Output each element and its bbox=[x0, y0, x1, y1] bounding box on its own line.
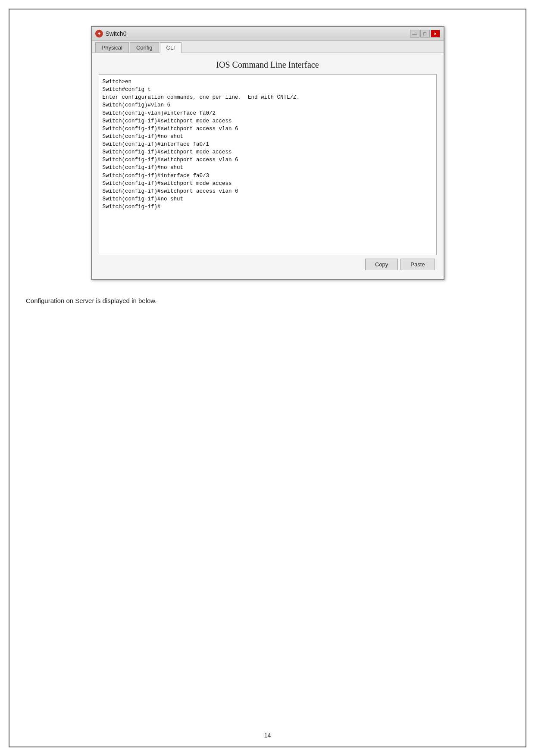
page-number: 14 bbox=[264, 732, 271, 739]
cli-line: Switch(config-if)#no shut bbox=[103, 133, 433, 141]
window-body: IOS Command Line Interface Switch>enSwit… bbox=[92, 53, 444, 279]
cli-line: Switch(config-if)#interface fa0/1 bbox=[103, 141, 433, 148]
cli-line: Switch(config-if)#switchport access vlan… bbox=[103, 125, 433, 133]
cli-line: Enter configuration commands, one per li… bbox=[103, 94, 433, 101]
cli-line: Switch(config-if)#switchport mode access bbox=[103, 180, 433, 187]
cli-line: Switch>en bbox=[103, 78, 433, 86]
cli-line: Switch(config-if)#no shut bbox=[103, 164, 433, 172]
cli-line: Switch(config-if)#switchport mode access bbox=[103, 117, 433, 125]
cli-line: Switch(config-if)#no shut bbox=[103, 195, 433, 203]
cli-line: Switch(config-if)#interface fa0/3 bbox=[103, 172, 433, 180]
cli-line: Switch(config-if)#switchport access vlan… bbox=[103, 187, 433, 195]
cli-line: Switch(config)#vlan 6 bbox=[103, 101, 433, 109]
cli-line: Switch(config-if)#switchport access vlan… bbox=[103, 156, 433, 164]
cli-line: Switch(config-if)# bbox=[103, 203, 433, 211]
cli-line: Switch#config t bbox=[103, 86, 433, 94]
cli-line: Switch(config-vlan)#interface fa0/2 bbox=[103, 109, 433, 117]
cli-terminal[interactable]: Switch>enSwitch#config tEnter configurat… bbox=[99, 74, 437, 255]
cli-line: Switch(config-if)#switchport mode access bbox=[103, 148, 433, 156]
